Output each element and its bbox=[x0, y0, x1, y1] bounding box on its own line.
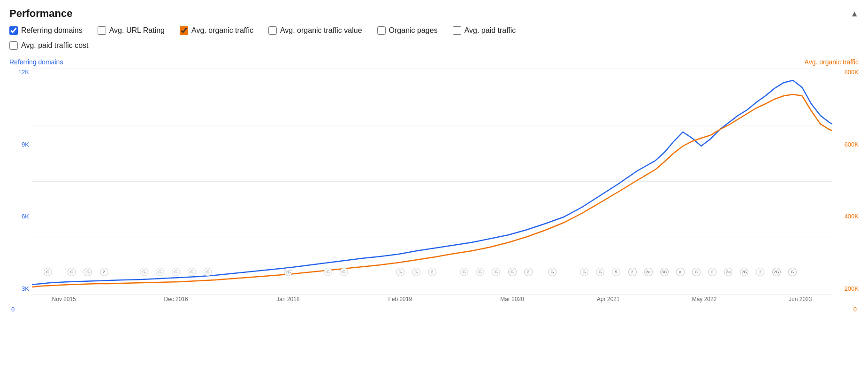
y-axis-left: 12K 9K 6K 3K bbox=[9, 69, 32, 294]
y-label-left-6k: 6K bbox=[9, 213, 32, 220]
checkbox-referring-domains-input[interactable] bbox=[9, 26, 18, 35]
checkbox-organic-pages-input[interactable] bbox=[377, 26, 386, 35]
event-icon-2g3[interactable]: 2G bbox=[772, 268, 781, 276]
event-icon-g18[interactable]: G bbox=[580, 268, 588, 276]
event-icon-g6[interactable]: G bbox=[172, 268, 180, 276]
chart-left-label: Referring domains bbox=[9, 58, 63, 66]
checkbox-avg-organic-traffic-value-input[interactable] bbox=[268, 26, 277, 35]
event-icon-g16[interactable]: G bbox=[508, 268, 517, 276]
checkbox-avg-paid-traffic-cost[interactable]: Avg. paid traffic cost bbox=[9, 41, 88, 50]
event-icon-g12[interactable]: G bbox=[412, 268, 420, 276]
event-icon-g5[interactable]: G bbox=[156, 268, 164, 276]
x-label-apr2021: Apr 2021 bbox=[597, 296, 620, 302]
checkboxes-row: Referring domains Avg. URL Rating Avg. o… bbox=[9, 26, 859, 39]
x-label-mar2020: Mar 2020 bbox=[500, 296, 524, 302]
chart-right-label: Avg. organic traffic bbox=[805, 58, 859, 66]
checkbox-organic-pages[interactable]: Organic pages bbox=[377, 26, 438, 35]
x-label-feb2019: Feb 2019 bbox=[388, 296, 412, 302]
section-header: Performance ▲ bbox=[9, 8, 859, 20]
checkbox-avg-organic-traffic-value[interactable]: Avg. organic traffic value bbox=[268, 26, 362, 35]
chart-labels-top: Referring domains Avg. organic traffic bbox=[9, 58, 859, 66]
collapse-icon[interactable]: ▲ bbox=[850, 9, 859, 19]
x-label-may2022: May 2022 bbox=[692, 296, 717, 302]
chart-area: Referring domains Avg. organic traffic 1… bbox=[9, 58, 859, 313]
checkboxes-row-2: Avg. paid traffic cost bbox=[9, 41, 859, 54]
event-icon-2g1[interactable]: 2G bbox=[284, 268, 292, 276]
checkbox-avg-organic-traffic-label: Avg. organic traffic bbox=[191, 26, 253, 35]
x-axis-labels: Nov 2015 Dec 2016 Jan 2018 Feb 2019 Mar … bbox=[32, 296, 832, 313]
event-icon-g1[interactable]: G bbox=[44, 268, 52, 276]
event-icon-g17[interactable]: G bbox=[548, 268, 556, 276]
checkbox-avg-paid-traffic-label: Avg. paid traffic bbox=[464, 26, 516, 35]
checkbox-avg-url-rating-input[interactable] bbox=[98, 26, 106, 35]
orange-line bbox=[32, 94, 832, 287]
x-label-dec2016: Dec 2016 bbox=[164, 296, 188, 302]
event-icon-g20[interactable]: G bbox=[788, 268, 797, 276]
checkbox-avg-organic-traffic[interactable]: Avg. organic traffic bbox=[180, 26, 253, 35]
chart-inner: G G G 2 G G G G G 2G G G G G 2 G G bbox=[32, 69, 832, 294]
y-label-right-800k: 800K bbox=[842, 69, 859, 76]
checkbox-avg-url-rating[interactable]: Avg. URL Rating bbox=[98, 26, 165, 35]
event-icon-3c[interactable]: 3C bbox=[660, 268, 669, 276]
checkbox-avg-paid-traffic[interactable]: Avg. paid traffic bbox=[453, 26, 516, 35]
blue-line bbox=[32, 80, 832, 285]
zero-label-right: 0 bbox=[853, 306, 859, 313]
event-icon-g8[interactable]: G bbox=[204, 268, 212, 276]
performance-container: Performance ▲ Referring domains Avg. URL… bbox=[0, 0, 868, 320]
x-label-jun2023: Jun 2023 bbox=[789, 296, 812, 302]
y-label-right-200k: 200K bbox=[842, 285, 859, 292]
y-label-left-3k: 3K bbox=[9, 285, 32, 292]
chart-wrapper: 12K 9K 6K 3K 800K 600K 400K 200K bbox=[9, 69, 859, 313]
checkbox-referring-domains-label: Referring domains bbox=[21, 26, 83, 35]
event-icon-c[interactable]: C bbox=[692, 268, 700, 276]
event-icon-g14[interactable]: G bbox=[476, 268, 484, 276]
event-icon-g15[interactable]: G bbox=[492, 268, 500, 276]
event-icon-2-5[interactable]: 2 bbox=[708, 268, 716, 276]
y-label-right-400k: 400K bbox=[842, 213, 859, 220]
event-icons-container: G G G 2 G G G G G 2G G G G G 2 G G bbox=[32, 285, 832, 294]
section-title: Performance bbox=[9, 8, 73, 20]
event-icon-2-6[interactable]: 2 bbox=[756, 268, 764, 276]
event-icon-2-3[interactable]: 2 bbox=[524, 268, 533, 276]
event-icon-5[interactable]: 5 bbox=[612, 268, 620, 276]
chart-svg bbox=[32, 69, 832, 294]
zero-label-left: 0 bbox=[9, 306, 15, 313]
y-axis-right: 800K 600K 400K 200K bbox=[832, 69, 859, 294]
checkbox-avg-organic-traffic-value-label: Avg. organic traffic value bbox=[280, 26, 362, 35]
checkbox-avg-url-rating-label: Avg. URL Rating bbox=[109, 26, 165, 35]
y-label-left-12k: 12K bbox=[9, 69, 32, 76]
checkbox-avg-paid-traffic-cost-input[interactable] bbox=[9, 41, 18, 50]
event-icon-g3[interactable]: G bbox=[84, 268, 92, 276]
event-icon-g13[interactable]: G bbox=[460, 268, 468, 276]
event-icon-g10[interactable]: G bbox=[340, 268, 348, 276]
event-icon-g19[interactable]: G bbox=[596, 268, 604, 276]
event-icon-g7[interactable]: G bbox=[188, 268, 196, 276]
checkbox-avg-paid-traffic-cost-label: Avg. paid traffic cost bbox=[21, 41, 88, 50]
event-icon-a1[interactable]: a bbox=[676, 268, 685, 276]
checkbox-organic-pages-label: Organic pages bbox=[389, 26, 438, 35]
y-label-right-600k: 600K bbox=[842, 141, 859, 148]
event-icon-g4[interactable]: G bbox=[140, 268, 148, 276]
event-icon-2-1[interactable]: 2 bbox=[100, 268, 108, 276]
event-icon-2a[interactable]: 2a bbox=[644, 268, 653, 276]
event-icon-2-4[interactable]: 2 bbox=[628, 268, 637, 276]
event-icon-2a2[interactable]: 2a bbox=[724, 268, 732, 276]
y-label-left-9k: 9K bbox=[9, 141, 32, 148]
checkbox-referring-domains[interactable]: Referring domains bbox=[9, 26, 83, 35]
x-label-nov2015: Nov 2015 bbox=[52, 296, 76, 302]
event-icon-2g2[interactable]: 2G bbox=[740, 268, 748, 276]
event-icon-g2[interactable]: G bbox=[68, 268, 76, 276]
event-icon-g11[interactable]: G bbox=[396, 268, 404, 276]
grid-line-bottom bbox=[32, 294, 832, 294]
checkbox-avg-organic-traffic-input[interactable] bbox=[180, 26, 188, 35]
event-icon-g9[interactable]: G bbox=[324, 268, 332, 276]
event-icon-2-2[interactable]: 2 bbox=[428, 268, 436, 276]
checkbox-avg-paid-traffic-input[interactable] bbox=[453, 26, 461, 35]
x-label-jan2018: Jan 2018 bbox=[276, 296, 299, 302]
